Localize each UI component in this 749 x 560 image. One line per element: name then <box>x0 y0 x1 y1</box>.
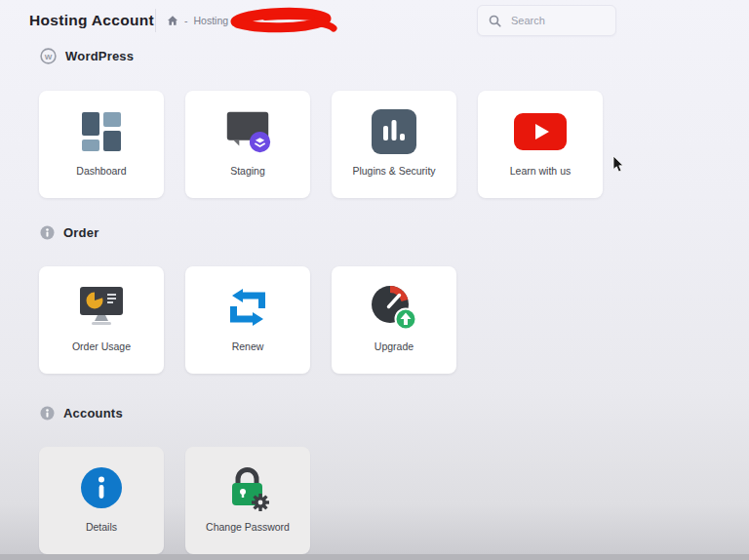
card-plugins-security[interactable]: Plugins & Security <box>332 91 456 198</box>
card-label: Learn with us <box>510 165 571 177</box>
card-dashboard[interactable]: Dashboard <box>39 91 164 198</box>
section-title-accounts: Accounts <box>63 406 123 420</box>
search-icon <box>489 15 501 27</box>
card-label: Dashboard <box>76 165 126 177</box>
card-label: Upgrade <box>374 340 414 352</box>
card-label: Staging <box>230 165 265 177</box>
breadcrumb-separator: - <box>184 15 188 26</box>
card-learn-with-us[interactable]: Learn with us <box>478 91 603 198</box>
order-card-row: Order Usage Renew <box>39 266 456 374</box>
card-details[interactable]: Details <box>39 447 164 554</box>
wordpress-logo-icon: W <box>40 48 57 64</box>
info-icon <box>40 225 55 240</box>
redacted-scribble <box>226 7 337 34</box>
accounts-card-row: Details Chan <box>39 447 310 554</box>
card-change-password[interactable]: Change Password <box>185 447 310 554</box>
section-title-order: Order <box>63 225 99 240</box>
youtube-play-icon <box>513 103 568 160</box>
breadcrumb-item-hosting[interactable]: Hosting <box>194 15 229 26</box>
staging-monitor-icon <box>221 103 274 160</box>
section-title-wordpress: WordPress <box>65 49 134 63</box>
bottom-edge-band <box>0 554 749 560</box>
home-icon[interactable] <box>167 15 178 26</box>
page-title: Hosting Account <box>29 12 154 29</box>
card-label: Order Usage <box>72 340 131 352</box>
wordpress-card-row: Dashboard Staging <box>39 91 603 198</box>
section-header-accounts: Accounts <box>40 406 123 420</box>
dashboard-grid-icon <box>79 103 124 160</box>
topbar-divider <box>155 9 156 32</box>
renew-loop-arrows-icon <box>222 279 273 336</box>
hosting-account-page: Hosting Account - Hosting - W <box>0 0 749 560</box>
card-label: Renew <box>232 340 264 352</box>
speedometer-up-icon <box>370 279 418 336</box>
card-renew[interactable]: Renew <box>185 266 310 374</box>
card-order-usage[interactable]: Order Usage <box>39 266 164 374</box>
search-input[interactable] <box>509 14 605 27</box>
section-header-wordpress: W WordPress <box>40 48 134 64</box>
card-staging[interactable]: Staging <box>185 91 310 198</box>
card-label: Plugins & Security <box>352 165 435 177</box>
search-box <box>477 5 616 36</box>
info-icon <box>40 406 55 420</box>
svg-text:W: W <box>45 53 53 61</box>
card-label: Change Password <box>206 521 290 533</box>
info-circle-blue-icon <box>80 460 123 516</box>
usage-monitor-pie-icon <box>74 279 129 336</box>
card-label: Details <box>86 521 117 533</box>
section-header-order: Order <box>40 225 99 240</box>
lock-gear-icon <box>221 460 274 516</box>
mouse-cursor <box>612 156 624 174</box>
card-upgrade[interactable]: Upgrade <box>332 266 456 374</box>
bar-chart-icon <box>371 103 417 160</box>
